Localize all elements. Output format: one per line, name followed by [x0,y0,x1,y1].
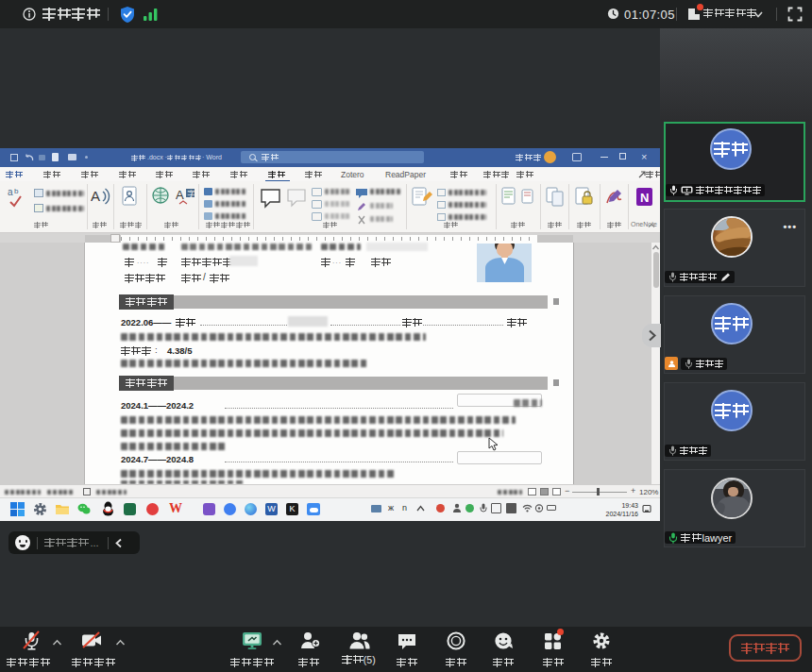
svg-text:N: N [640,191,649,205]
svg-text:a: a [8,187,13,197]
svg-text:A: A [91,188,100,204]
svg-text:b: b [14,187,19,195]
svg-text:字: 字 [188,190,195,198]
svg-text:A: A [176,188,184,202]
